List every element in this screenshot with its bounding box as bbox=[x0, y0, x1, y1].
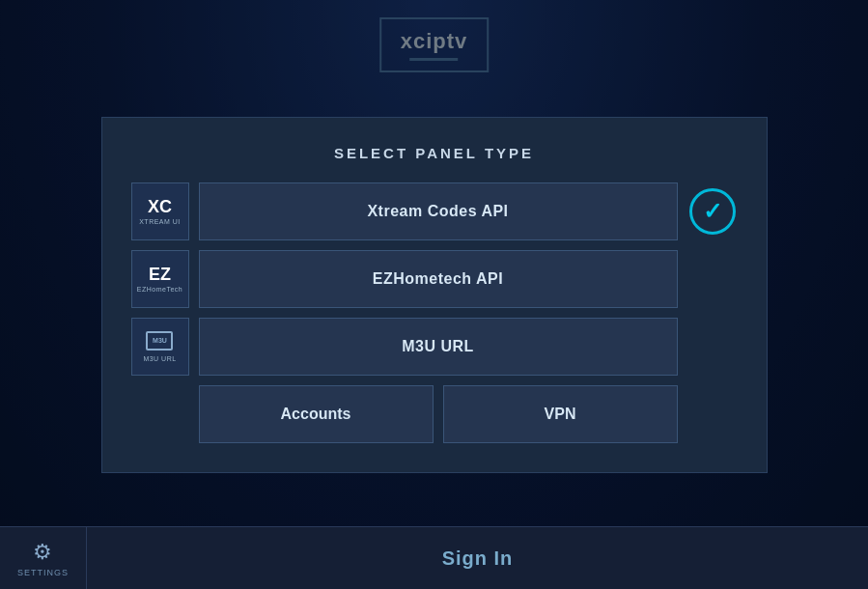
xtream-selected-checkmark bbox=[687, 186, 738, 237]
ezhometech-icon-sub: EZHomeTech bbox=[137, 286, 182, 293]
m3u-panel-row: M3U M3U URL M3U URL bbox=[131, 318, 738, 376]
sign-in-area: Sign In bbox=[87, 547, 868, 570]
bottom-buttons-row: Accounts VPN bbox=[199, 385, 738, 443]
modal-title: SELECT PANEL TYPE bbox=[131, 145, 738, 161]
settings-label: SETTINGS bbox=[17, 568, 69, 577]
bottom-row-spacer bbox=[687, 385, 738, 443]
xtream-icon-sub: XTREAM UI bbox=[139, 218, 181, 225]
settings-bar: ⚙ SETTINGS Sign In bbox=[0, 526, 868, 589]
ezhometech-icon: EZ EZHomeTech bbox=[131, 250, 189, 308]
modal-overlay: SELECT PANEL TYPE XC XTREAM UI Xtream Co… bbox=[0, 0, 868, 589]
select-panel-modal: SELECT PANEL TYPE XC XTREAM UI Xtream Co… bbox=[101, 117, 768, 473]
ezhometech-icon-letters: EZ bbox=[149, 266, 171, 283]
accounts-button[interactable]: Accounts bbox=[199, 385, 434, 443]
vpn-button[interactable]: VPN bbox=[443, 385, 678, 443]
m3u-icon: M3U M3U URL bbox=[131, 318, 189, 376]
m3u-screen-text: M3U bbox=[153, 337, 167, 344]
settings-item[interactable]: ⚙ SETTINGS bbox=[0, 527, 87, 590]
ezhometech-panel-row: EZ EZHomeTech EZHometech API bbox=[131, 250, 738, 308]
xtream-codes-button[interactable]: Xtream Codes API bbox=[199, 182, 678, 240]
gear-icon: ⚙ bbox=[33, 540, 53, 565]
xtream-panel-row: XC XTREAM UI Xtream Codes API bbox=[131, 182, 738, 240]
m3u-screen: M3U bbox=[146, 331, 173, 351]
m3u-icon-wrapper: M3U M3U URL bbox=[143, 331, 176, 362]
m3u-url-button[interactable]: M3U URL bbox=[199, 318, 678, 376]
xtream-icon-letters: XC bbox=[148, 198, 172, 215]
xtream-icon: XC XTREAM UI bbox=[131, 182, 189, 240]
m3u-icon-sub: M3U URL bbox=[143, 355, 176, 362]
ezhometech-button[interactable]: EZHometech API bbox=[199, 250, 678, 308]
sign-in-button[interactable]: Sign In bbox=[442, 547, 514, 570]
check-circle-icon bbox=[689, 188, 736, 235]
